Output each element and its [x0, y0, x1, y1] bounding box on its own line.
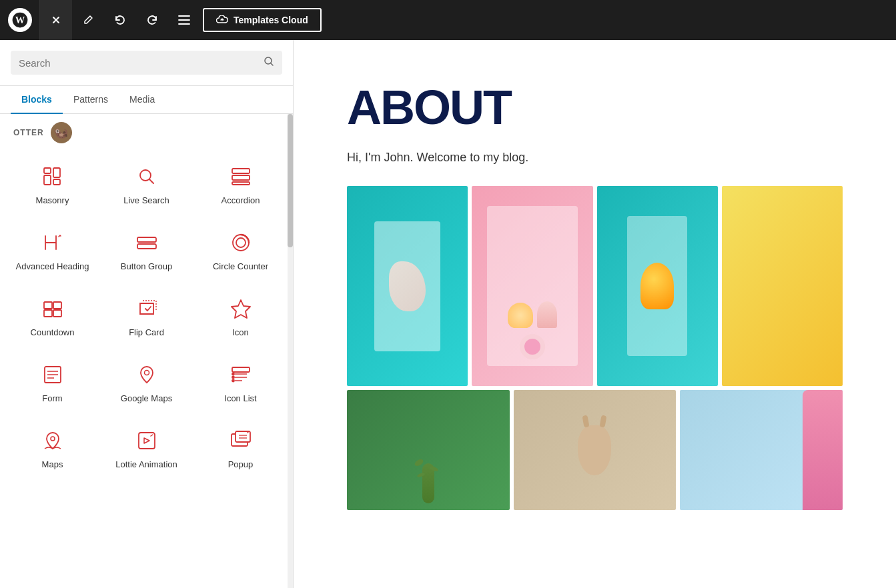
block-item-countdown[interactable]: Countdown [5, 283, 99, 349]
svg-point-31 [232, 379, 234, 381]
search-input-wrap[interactable] [11, 51, 282, 75]
main-layout: Blocks Patterns Media OTTER 🦦 [0, 40, 896, 588]
otter-text: OTTER [13, 128, 44, 137]
templates-cloud-label: Templates Cloud [234, 15, 308, 25]
undo-button[interactable] [104, 0, 136, 40]
svg-rect-4 [44, 175, 51, 185]
svg-point-29 [232, 373, 234, 375]
search-input[interactable] [19, 57, 258, 69]
popup-icon [229, 429, 253, 453]
photo-cell-6 [514, 390, 677, 510]
close-button[interactable] [40, 0, 72, 40]
edit-button[interactable] [72, 0, 104, 40]
content-subtitle: Hi, I'm John. Welcome to my blog. [347, 151, 843, 165]
lottie-animation-icon [135, 429, 159, 453]
tab-blocks[interactable]: Blocks [11, 86, 63, 114]
block-label-live-search: Live Search [123, 195, 169, 207]
google-maps-icon [135, 363, 159, 387]
sidebar: Blocks Patterns Media OTTER 🦦 [0, 40, 294, 588]
svg-rect-18 [53, 310, 61, 317]
countdown-icon [41, 297, 65, 321]
photo-cell-5 [347, 390, 510, 510]
maps-icon [41, 429, 65, 453]
block-label-masonry: Masonry [36, 195, 69, 207]
templates-cloud-button[interactable]: Templates Cloud [203, 8, 322, 32]
masonry-icon [41, 165, 65, 189]
block-item-icon[interactable]: Icon [193, 283, 288, 349]
svg-point-30 [232, 376, 234, 378]
scrollbar-track [288, 114, 293, 588]
search-bar [0, 40, 293, 86]
photo-grid-row2 [347, 390, 843, 510]
block-item-icon-list[interactable]: Icon List [193, 349, 288, 415]
form-icon [41, 363, 65, 387]
block-label-icon: Icon [232, 327, 249, 339]
block-item-form[interactable]: Form [5, 349, 99, 415]
block-label-lottie-animation: Lottie Animation [115, 459, 177, 471]
blocks-grid: Masonry Live Search [0, 151, 293, 481]
block-label-google-maps: Google Maps [121, 393, 172, 405]
svg-marker-19 [232, 300, 250, 318]
photo-cell-1 [347, 186, 468, 386]
scrollbar-thumb[interactable] [288, 114, 293, 247]
otter-avatar: 🦦 [51, 122, 72, 143]
photo-cell-4 [722, 186, 843, 386]
redo-button[interactable] [136, 0, 168, 40]
icon-list-icon [229, 363, 253, 387]
otter-section-label: OTTER 🦦 [0, 114, 293, 151]
tab-patterns[interactable]: Patterns [63, 86, 119, 114]
svg-point-14 [236, 238, 246, 247]
block-item-advanced-heading[interactable]: Advanced Heading [5, 217, 99, 283]
block-label-popup: Popup [228, 459, 254, 471]
icon-icon [229, 297, 253, 321]
svg-point-32 [51, 437, 55, 441]
block-item-maps[interactable]: Maps [5, 415, 99, 481]
svg-text:W: W [15, 15, 25, 25]
menu-button[interactable] [168, 0, 200, 40]
accordion-icon [229, 165, 253, 189]
block-item-live-search[interactable]: Live Search [99, 151, 193, 217]
svg-rect-16 [53, 302, 61, 309]
svg-rect-11 [137, 237, 156, 242]
block-item-lottie-animation[interactable]: Lottie Animation [99, 415, 193, 481]
advanced-heading-icon [41, 231, 65, 255]
search-icon [264, 56, 274, 69]
block-label-icon-list: Icon List [224, 393, 256, 405]
tab-media[interactable]: Media [119, 86, 165, 114]
svg-rect-25 [232, 367, 250, 372]
blocks-scroll: OTTER 🦦 Masonry [0, 114, 293, 588]
live-search-icon [135, 165, 159, 189]
block-label-form: Form [42, 393, 62, 405]
block-item-popup[interactable]: Popup [193, 415, 288, 481]
block-item-button-group[interactable]: Button Group [99, 217, 193, 283]
svg-rect-17 [44, 310, 52, 317]
cloud-icon [216, 15, 228, 25]
svg-rect-5 [53, 168, 60, 177]
svg-rect-8 [232, 169, 250, 173]
block-item-circle-counter[interactable]: Circle Counter [193, 217, 288, 283]
wp-logo-area: W [0, 0, 40, 40]
content-area: ABOUT Hi, I'm John. Welcome to my blog. [294, 40, 896, 588]
block-label-accordion: Accordion [221, 195, 260, 207]
block-label-flip-card: Flip Card [129, 327, 164, 339]
svg-rect-15 [44, 302, 52, 309]
photo-grid-row1 [347, 186, 843, 386]
svg-point-24 [144, 370, 149, 375]
photo-cell-7 [680, 390, 843, 510]
tabs: Blocks Patterns Media [0, 86, 293, 114]
svg-rect-3 [44, 168, 51, 173]
flip-card-icon [135, 297, 159, 321]
block-item-flip-card[interactable]: Flip Card [99, 283, 193, 349]
block-label-button-group: Button Group [121, 261, 172, 273]
svg-rect-12 [137, 244, 156, 249]
block-label-maps: Maps [42, 459, 63, 471]
button-group-icon [135, 231, 159, 255]
svg-rect-9 [232, 175, 250, 180]
wp-logo: W [8, 8, 32, 32]
svg-rect-6 [53, 179, 60, 185]
block-item-masonry[interactable]: Masonry [5, 151, 99, 217]
block-item-google-maps[interactable]: Google Maps [99, 349, 193, 415]
toolbar: W Templates Cloud [0, 0, 896, 40]
block-label-circle-counter: Circle Counter [213, 261, 268, 273]
block-item-accordion[interactable]: Accordion [193, 151, 288, 217]
